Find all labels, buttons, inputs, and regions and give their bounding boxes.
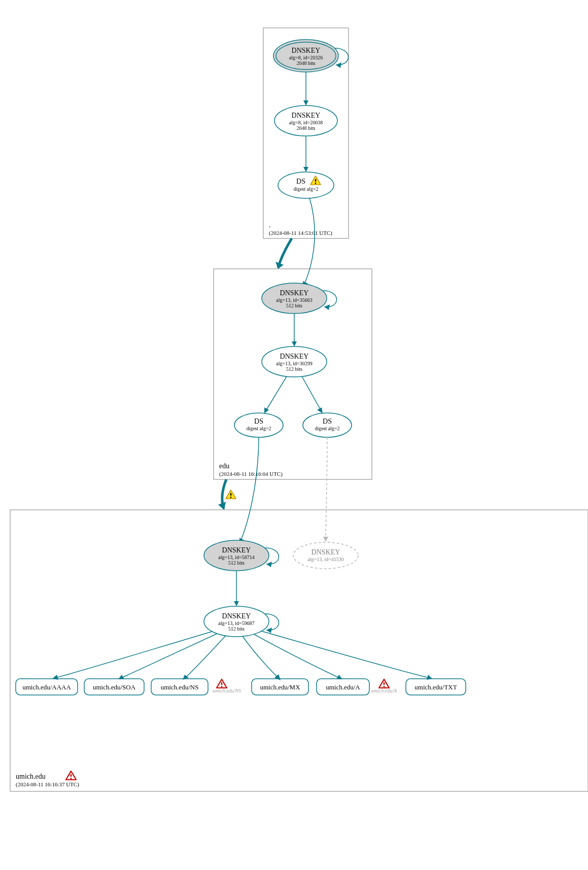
rrset-a-ghost: umich.edu/A <box>371 679 397 693</box>
svg-text:alg=13, id=35663: alg=13, id=35663 <box>276 297 312 303</box>
svg-point-33 <box>234 413 283 437</box>
svg-text:umich.edu/A: umich.edu/A <box>371 688 397 693</box>
error-icon <box>66 771 76 780</box>
svg-marker-57 <box>266 628 272 633</box>
svg-text:alg=13, id=58714: alg=13, id=58714 <box>218 554 254 560</box>
svg-marker-27 <box>324 304 330 310</box>
svg-text:umich.edu/MX: umich.edu/MX <box>260 683 300 691</box>
svg-text:umich.edu/NS: umich.edu/NS <box>161 683 199 691</box>
svg-marker-11 <box>336 62 341 68</box>
svg-text:512 bits: 512 bits <box>286 303 302 308</box>
svg-text:512 bits: 512 bits <box>286 366 302 372</box>
node-root-ds: DS digest alg=2 <box>278 172 334 198</box>
svg-text:umich.edu/TXT: umich.edu/TXT <box>414 683 457 691</box>
svg-text:digest alg=2: digest alg=2 <box>315 426 339 431</box>
node-edu-ksk: DNSKEY alg=13, id=35663 512 bits <box>262 283 327 314</box>
node-root-ksk: DNSKEY alg=8, id=20326 2048 bits <box>273 40 338 72</box>
svg-text:DNSKEY: DNSKEY <box>280 289 309 297</box>
svg-point-36 <box>303 413 352 437</box>
svg-marker-48 <box>266 562 272 567</box>
svg-text:2048 bits: 2048 bits <box>297 60 316 66</box>
zone-umich-timestamp: (2024-08-11 16:16:37 UTC) <box>16 781 79 788</box>
svg-text:alg=8, id=20038: alg=8, id=20038 <box>289 120 323 125</box>
svg-text:alg=13, id=30299: alg=13, id=30299 <box>276 361 312 366</box>
svg-text:DNSKEY: DNSKEY <box>280 353 309 360</box>
svg-point-17 <box>278 172 334 198</box>
svg-text:DNSKEY: DNSKEY <box>292 112 321 119</box>
svg-marker-43 <box>323 537 328 542</box>
node-root-zsk: DNSKEY alg=8, id=20038 2048 bits <box>274 106 337 136</box>
node-edu-zsk: DNSKEY alg=13, id=30299 512 bits <box>262 346 327 377</box>
svg-text:DS: DS <box>254 417 263 425</box>
svg-text:alg=13, id=59687: alg=13, id=59687 <box>218 620 254 626</box>
zone-root-name: . <box>269 221 271 229</box>
svg-marker-16 <box>303 100 308 106</box>
zone-umich-name: umich.edu <box>16 773 46 780</box>
zone-edu-name: edu <box>219 462 229 470</box>
svg-text:umich.edu/A: umich.edu/A <box>326 683 360 691</box>
node-umich-zsk: DNSKEY alg=13, id=59687 512 bits <box>204 606 269 637</box>
svg-text:alg=13, id=41530: alg=13, id=41530 <box>307 556 343 562</box>
svg-text:DS: DS <box>323 417 332 425</box>
svg-text:DS: DS <box>296 178 305 185</box>
svg-text:512 bits: 512 bits <box>228 626 245 632</box>
svg-marker-32 <box>292 341 297 346</box>
svg-text:DNSKEY: DNSKEY <box>222 546 251 554</box>
svg-marker-20 <box>303 167 308 172</box>
svg-text:digest alg=2: digest alg=2 <box>293 186 318 192</box>
svg-text:alg=8, id=20326: alg=8, id=20326 <box>289 55 323 60</box>
svg-text:DNSKEY: DNSKEY <box>222 612 251 620</box>
svg-text:umich.edu/AAAA: umich.edu/AAAA <box>22 683 71 691</box>
svg-text:digest alg=2: digest alg=2 <box>246 426 271 431</box>
rrset-ns-ghost: umich.edu/NS <box>213 679 241 693</box>
svg-text:umich.edu/SOA: umich.edu/SOA <box>93 683 136 691</box>
warning-icon <box>226 490 236 499</box>
svg-text:umich.edu/NS: umich.edu/NS <box>213 688 241 693</box>
node-edu-ds1: DS digest alg=2 <box>234 413 283 437</box>
svg-text:2048 bits: 2048 bits <box>297 125 316 131</box>
zone-edu-timestamp: (2024-08-11 16:16:04 UTC) <box>219 471 283 477</box>
node-umich-ghost-key: DNSKEY alg=13, id=41530 <box>293 542 358 569</box>
zone-root-timestamp: (2024-08-11 14:53:01 UTC) <box>269 230 332 236</box>
svg-text:DNSKEY: DNSKEY <box>312 548 340 556</box>
svg-text:DNSKEY: DNSKEY <box>292 47 321 54</box>
svg-marker-39 <box>264 407 269 413</box>
node-edu-ds2: DS digest alg=2 <box>303 413 352 437</box>
svg-marker-56 <box>234 601 239 606</box>
node-umich-ksk: DNSKEY alg=13, id=58714 512 bits <box>204 540 269 571</box>
svg-text:512 bits: 512 bits <box>228 560 245 566</box>
